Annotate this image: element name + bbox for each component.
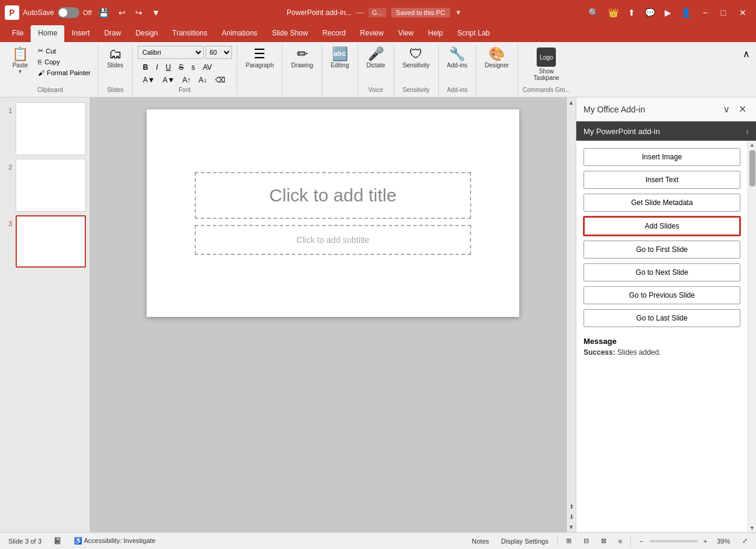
close-button[interactable]: ✕ — [734, 5, 751, 20]
copy-button[interactable]: ⎘ Copy — [35, 57, 93, 67]
slide-thumb-1[interactable] — [16, 102, 86, 155]
tab-scriptlab[interactable]: Script Lab — [450, 25, 497, 42]
underline-button[interactable]: U — [163, 62, 174, 73]
slide-canvas[interactable]: Click to add title Click to add subtitle — [147, 109, 519, 317]
format-painter-button[interactable]: 🖌 Format Painter — [35, 68, 93, 78]
autosave-toggle[interactable] — [58, 7, 79, 18]
saved-status[interactable]: Saved to this PC — [391, 8, 450, 17]
pane-scroll-thumb[interactable] — [749, 150, 755, 186]
shadow-button[interactable]: s — [188, 62, 198, 73]
zoom-slider[interactable] — [650, 540, 698, 542]
cut-icon: ✂ — [38, 47, 43, 55]
pane-scroll-up[interactable]: ▲ — [749, 142, 755, 148]
add-slides-button[interactable]: Add Slides — [584, 216, 740, 236]
view-notes-icon[interactable]: ≡ — [615, 538, 626, 545]
tab-transitions[interactable]: Transitions — [165, 25, 215, 42]
go-prev-slide-button[interactable]: Go to Previous Slide — [584, 286, 740, 304]
ribbon-collapse-button[interactable]: ∧ — [739, 47, 754, 61]
notes-button[interactable]: Notes — [468, 538, 493, 545]
tab-file[interactable]: File — [5, 25, 31, 42]
font-size-up-button[interactable]: A↑ — [180, 75, 194, 85]
logo-button[interactable]: Logo ShowTaskpane — [530, 46, 563, 83]
zoom-value[interactable]: 39% — [713, 538, 734, 545]
strikethrough-button[interactable]: S — [175, 62, 186, 73]
maximize-button[interactable]: □ — [716, 5, 731, 20]
paragraph-button[interactable]: ☰ Paragraph — [242, 46, 278, 70]
search-icon[interactable]: 🔍 — [585, 5, 602, 20]
tab-review[interactable]: Review — [353, 25, 391, 42]
tab-design[interactable]: Design — [128, 25, 165, 42]
dictate-icon: 🎤 — [368, 48, 384, 61]
slide-subtitle-box[interactable]: Click to add subtitle — [195, 225, 471, 255]
quick-access-icon[interactable]: ▼ — [149, 5, 163, 20]
redo-icon[interactable]: ↪ — [132, 5, 145, 20]
message-detail: Slides added. — [617, 348, 661, 357]
crown-icon[interactable]: 👑 — [605, 5, 621, 20]
insert-text-button[interactable]: Insert Text — [584, 171, 740, 189]
paste-button[interactable]: 📋 Paste ▼ — [7, 46, 33, 76]
addins-button[interactable]: 🔧 Add-ins — [444, 46, 471, 70]
bold-button[interactable]: B — [140, 62, 151, 73]
tab-help[interactable]: Help — [421, 25, 450, 42]
italic-button[interactable]: I — [153, 62, 160, 73]
task-pane-header: My Office Add-in ∨ ✕ — [576, 97, 756, 121]
fit-slide-button[interactable]: ⤢ — [739, 537, 751, 545]
go-last-slide-button[interactable]: Go to Last Slide — [584, 309, 740, 327]
minimize-button[interactable]: − — [698, 5, 712, 20]
scroll-down-arrow[interactable]: ▼ — [567, 522, 576, 532]
view-grid-icon[interactable]: ⊟ — [580, 537, 593, 545]
scroll-down-btn-1[interactable]: ⬆ — [567, 501, 576, 512]
clear-format-button[interactable]: ⌫ — [212, 75, 228, 85]
go-first-slide-button[interactable]: Go to First Slide — [584, 241, 740, 259]
scroll-up-arrow[interactable]: ▲ — [567, 97, 576, 108]
ribbon-group-slides: 🗂 Slides Slides — [99, 44, 133, 96]
view-reader-icon[interactable]: ⊠ — [597, 537, 610, 545]
cut-button[interactable]: ✂ Cut — [35, 46, 93, 56]
go-next-slide-button[interactable]: Go to Next Slide — [584, 263, 740, 281]
save-icon[interactable]: 💾 — [96, 5, 112, 20]
task-pane-collapse-btn[interactable]: ∨ — [721, 102, 733, 116]
task-pane-close-btn[interactable]: ✕ — [736, 102, 749, 116]
char-spacing-button[interactable]: AV — [200, 62, 215, 73]
font-size-select[interactable]: 60 — [206, 46, 232, 59]
sensitivity-button[interactable]: 🛡 Sensitivity — [399, 46, 433, 70]
slide-thumb-2[interactable] — [16, 159, 86, 212]
designer-button[interactable]: 🎨 Designer — [481, 46, 513, 70]
insert-image-button[interactable]: Insert Image — [584, 148, 740, 166]
tab-view[interactable]: View — [391, 25, 421, 42]
tab-draw[interactable]: Draw — [97, 25, 128, 42]
highlight-color-button[interactable]: A▼ — [140, 75, 158, 85]
tab-home[interactable]: Home — [31, 25, 64, 42]
accessibility-item[interactable]: ♿ Accessibility: Investigate — [70, 537, 159, 545]
user-icon[interactable]: 👤 — [678, 5, 694, 20]
tab-record[interactable]: Record — [315, 25, 353, 42]
get-slide-metadata-button[interactable]: Get Slide Metadata — [584, 194, 740, 212]
tab-insert[interactable]: Insert — [64, 25, 97, 42]
font-size-down-button[interactable]: A↓ — [196, 75, 210, 85]
status-bar: Slide 3 of 3 📓 ♿ Accessibility: Investig… — [0, 532, 756, 549]
tab-animations[interactable]: Animations — [215, 25, 264, 42]
slide-title-box[interactable]: Click to add title — [195, 172, 471, 219]
slides-button[interactable]: 🗂 Slides — [103, 46, 127, 70]
comments-icon[interactable]: 💬 — [642, 5, 658, 20]
notes-icon[interactable]: 📓 — [50, 537, 66, 545]
tab-slideshow[interactable]: Slide Show — [264, 25, 315, 42]
dictate-button[interactable]: 🎤 Dictate — [363, 46, 389, 70]
pane-scroll-down[interactable]: ▼ — [749, 525, 755, 531]
scroll-down-btn-2[interactable]: ⬇ — [567, 512, 576, 522]
display-settings-button[interactable]: Display Settings — [498, 538, 552, 545]
font-name-select[interactable]: Calibri — [138, 46, 204, 59]
format-painter-icon: 🖌 — [38, 69, 44, 76]
font-color-button[interactable]: A▼ — [160, 75, 178, 85]
undo-icon[interactable]: ↩ — [115, 5, 129, 20]
slide-thumb-3[interactable] — [16, 215, 86, 268]
editing-button[interactable]: 🔤 Editing — [327, 46, 353, 70]
view-normal-icon[interactable]: ⊞ — [562, 537, 575, 545]
dropdown-arrow[interactable]: ▼ — [455, 8, 462, 17]
zoom-in-button[interactable]: + — [700, 538, 711, 545]
zoom-out-button[interactable]: − — [636, 538, 647, 545]
drawing-button[interactable]: ✏ Drawing — [287, 46, 317, 70]
task-pane-inner-collapse[interactable]: ‹ — [746, 126, 749, 136]
present-icon[interactable]: ▶ — [662, 5, 674, 20]
share-icon[interactable]: ⬆ — [625, 5, 638, 20]
